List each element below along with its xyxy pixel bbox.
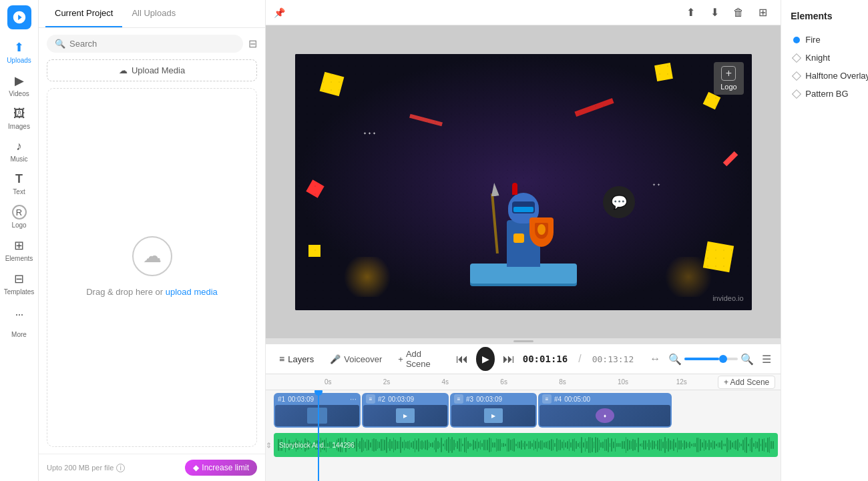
zoom-out-btn[interactable]: 🔍 <box>668 353 682 366</box>
upload-media-button[interactable]: ☁ Upload Media <box>47 59 257 81</box>
elements-panel: Elements Fire Knight Halftone Overlay Pa… <box>781 0 868 481</box>
sidebar-item-text[interactable]: T Text <box>2 168 37 199</box>
trash-toolbar-btn[interactable]: 🗑 <box>728 3 748 23</box>
grid-toolbar-btn[interactable]: ⊞ <box>752 3 773 23</box>
waveform-bar <box>432 442 433 448</box>
drop-zone[interactable]: ☁ Drag & drop here or upload media <box>47 88 257 447</box>
waveform-bar <box>670 440 671 450</box>
waveform-bar <box>560 440 561 451</box>
waveform-bar <box>672 441 673 448</box>
waveform-bar <box>580 442 581 448</box>
waveform-bar <box>610 443 611 446</box>
tab-all-uploads[interactable]: All Uploads <box>122 0 185 27</box>
waveform-bar <box>594 442 595 448</box>
waveform-bar <box>773 441 774 449</box>
filter-icon[interactable]: ⊟ <box>248 37 257 50</box>
audio-clip[interactable]: Storyblock Aud… 144296 <box>274 433 778 457</box>
element-pattern[interactable]: Pattern BG <box>791 85 868 103</box>
ruler-2s: 2s <box>383 378 391 386</box>
waveform-bar <box>600 442 602 448</box>
file-limit-text: Upto 200 MB per file <box>47 464 114 472</box>
waveform-bar <box>629 440 630 450</box>
scenes-track-content: #1 00:03:09 ··· <box>271 390 781 430</box>
voiceover-button[interactable]: 🎤 Voiceover <box>326 352 386 367</box>
waveform-bar <box>487 440 488 450</box>
waveform-bar <box>391 441 393 448</box>
waveform-bar <box>730 440 731 450</box>
waveform-bar <box>481 443 483 446</box>
sidebar-item-logo[interactable]: R Logo <box>2 201 37 233</box>
waveform-bar <box>491 438 492 452</box>
sidebar-item-images[interactable]: 🖼 Images <box>2 103 37 134</box>
search-input[interactable] <box>69 39 235 49</box>
resize-icon[interactable]: ↔ <box>650 353 660 365</box>
waveform-bar <box>645 440 646 449</box>
element-halftone[interactable]: Halftone Overlay <box>791 67 868 85</box>
search-container[interactable]: 🔍 <box>47 35 243 53</box>
zoom-slider[interactable] <box>684 358 738 360</box>
waveform-bar <box>691 444 692 446</box>
waveform-bar <box>464 438 465 452</box>
waveform-bar <box>383 439 384 450</box>
chat-button[interactable]: 💬 <box>603 186 635 218</box>
sidebar-item-more[interactable]: More <box>2 327 37 342</box>
download-toolbar-btn[interactable]: ⬇ <box>704 3 724 23</box>
waveform-bar <box>656 444 657 447</box>
waveform-bar <box>471 444 473 446</box>
waveform-bar <box>393 438 395 452</box>
timeline-options-btn[interactable]: ☰ <box>762 353 771 366</box>
sidebar-images-label: Images <box>8 123 30 130</box>
sidebar: ⬆ Uploads ▶ Videos 🖼 Images ♪ Music T Te… <box>0 0 39 481</box>
waveform-bar <box>622 441 623 450</box>
waveform-bar <box>553 440 554 450</box>
add-scene-timeline-btn[interactable]: + Add Scene <box>718 376 775 389</box>
upload-cloud-circle: ☁ <box>132 236 172 276</box>
scene-4-icon: ≡ <box>542 394 552 404</box>
zoom-in-btn[interactable]: 🔍 <box>740 353 754 366</box>
waveform-bar <box>744 438 746 452</box>
waveform-bar <box>762 439 763 452</box>
sidebar-item-music[interactable]: ♪ Music <box>2 135 37 167</box>
element-fire[interactable]: Fire <box>791 31 868 49</box>
upload-toolbar-btn[interactable]: ⬆ <box>680 3 700 23</box>
stars-2: ✦ ✦ <box>652 182 660 187</box>
element-knight[interactable]: Knight <box>791 49 868 67</box>
waveform-bar <box>430 443 431 446</box>
layers-button[interactable]: ≡ Layers <box>275 351 318 367</box>
upload-media-link[interactable]: upload media <box>166 287 218 297</box>
waveform-bar <box>475 441 476 450</box>
tab-current-project[interactable]: Current Project <box>45 0 122 27</box>
sidebar-item-templates[interactable]: ⊟ Templates <box>2 268 37 300</box>
waveform-bar <box>400 437 401 452</box>
scene-clip-4[interactable]: ≡ #4 00:05:00 ♦ <box>538 393 672 428</box>
pin-icon[interactable]: 📌 <box>274 7 285 18</box>
waveform-bar <box>466 437 467 452</box>
canvas-frame: ✦ ✦ ✦ ✦ ✦ invideo.io + Logo <box>295 54 752 310</box>
scene-1-dots[interactable]: ··· <box>350 394 357 404</box>
waveform-bar <box>564 440 565 451</box>
waveform-bar <box>723 444 724 447</box>
scene-clip-2[interactable]: ≡ #2 00:03:09 ▶ <box>362 393 449 428</box>
app-logo[interactable] <box>7 5 31 29</box>
waveform-bar <box>638 438 639 452</box>
playback-bar: ≡ Layers 🎤 Voiceover + Add Scene ⏮ ▶ ⏭ 0… <box>266 344 781 374</box>
add-scene-button[interactable]: + Add Scene <box>394 346 440 372</box>
waveform-bar <box>461 438 462 452</box>
sidebar-item-uploads[interactable]: ⬆ Uploads <box>2 36 37 68</box>
waveform-bar <box>377 441 379 449</box>
ruler-6s: 6s <box>500 378 507 386</box>
canvas-logo-overlay[interactable]: + Logo <box>714 62 743 95</box>
scene-clip-3[interactable]: ≡ #3 00:03:09 ▶ <box>450 393 537 428</box>
sidebar-more-dots[interactable]: ··· <box>2 304 37 326</box>
increase-limit-button[interactable]: ◆ Increase limit <box>185 460 257 476</box>
zoom-track <box>684 358 719 360</box>
scene-4-duration: 00:05:00 <box>564 396 590 403</box>
playhead[interactable] <box>318 390 319 481</box>
sidebar-item-elements[interactable]: ⊞ Elements <box>2 234 37 266</box>
sidebar-item-videos[interactable]: ▶ Videos <box>2 69 37 101</box>
waveform-bar <box>686 442 687 448</box>
skip-back-btn[interactable]: ⏮ <box>456 352 468 366</box>
play-button[interactable]: ▶ <box>476 347 494 371</box>
skip-forward-btn[interactable]: ⏭ <box>503 352 515 366</box>
scene-clip-1[interactable]: #1 00:03:09 ··· <box>274 393 361 428</box>
